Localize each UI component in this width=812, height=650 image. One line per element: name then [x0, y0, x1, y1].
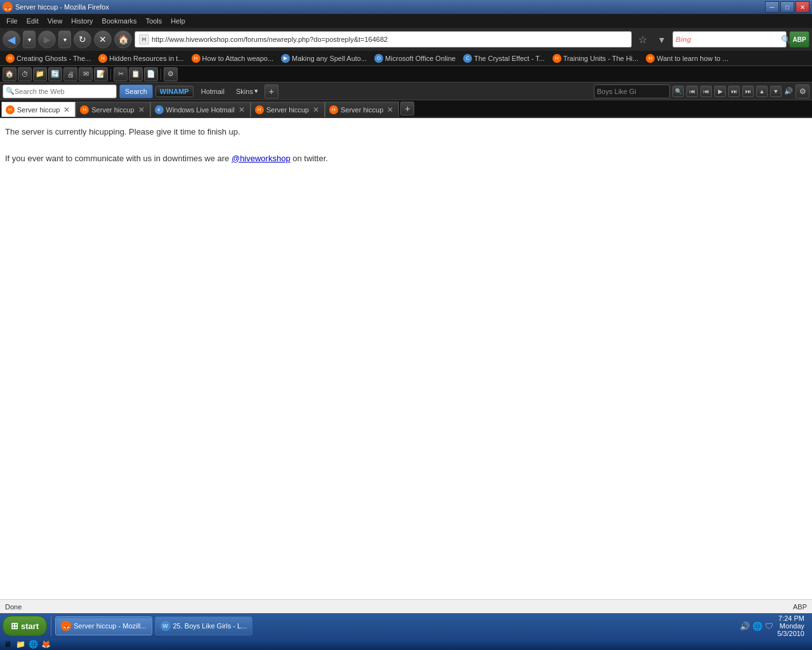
address-bar[interactable]: H http://www.hiveworkshop.com/forums/new… — [134, 31, 632, 48]
bookmark-icon-1: H — [6, 54, 15, 63]
tab-server-hiccup-3[interactable]: H Server hiccup ✕ — [251, 102, 325, 117]
bookmark-icon-3: H — [192, 54, 200, 63]
window-title: Server hiccup - Mozilla Firefox — [15, 3, 109, 11]
toolbar-btn-2[interactable]: ⏱ — [18, 67, 32, 81]
media-vol-down[interactable]: ▼ — [770, 86, 782, 97]
tab-label-5: Server hiccup — [341, 106, 383, 114]
bookmark-training-units[interactable]: H Training Units - The Hi... — [549, 53, 642, 64]
menu-bar: File Edit View History Bookmarks Tools H… — [0, 14, 812, 28]
minimize-button[interactable]: ─ — [765, 1, 779, 13]
bookmark-creating-ghosts[interactable]: H Creating Ghosts - The... — [3, 53, 94, 64]
toolbar-btn-5[interactable]: 🖨 — [63, 67, 77, 81]
search-button[interactable]: Search — [119, 84, 153, 98]
toolbar-settings[interactable]: ⚙ — [164, 67, 178, 81]
search-bar-right: Boys Like Gi 🔍 ⏮ ⏮ ▶ ⏭ ⏭ ▲ ▼ 🔊 ⚙ — [594, 84, 809, 98]
forward-button[interactable]: ▶ — [38, 30, 56, 48]
tab-label-3: Windows Live Hotmail — [166, 106, 235, 114]
tab-label-4: Server hiccup — [266, 106, 309, 114]
search-icon: 🔍 — [6, 87, 15, 95]
abp-button[interactable]: ABP — [789, 31, 809, 48]
toolbar-copy[interactable]: 📋 — [129, 67, 143, 81]
menu-tools[interactable]: Tools — [142, 16, 166, 26]
title-bar: 🦊 Server hiccup - Mozilla Firefox ─ □ ✕ — [0, 0, 812, 14]
menu-history[interactable]: History — [67, 16, 96, 26]
bookmarks-bar: H Creating Ghosts - The... H Hidden Reso… — [0, 51, 812, 66]
tab-close-3[interactable]: ✕ — [237, 105, 246, 114]
bookmark-crystal-effect[interactable]: C The Crystal Effect - T... — [460, 53, 547, 64]
refresh-button[interactable]: ↻ — [74, 30, 91, 48]
tab-icon-5: H — [329, 105, 338, 114]
media-prev-btn[interactable]: ⏮ — [686, 86, 698, 97]
search-input[interactable] — [15, 88, 103, 95]
tab-close-5[interactable]: ✕ — [386, 105, 395, 114]
menu-file[interactable]: File — [3, 16, 22, 26]
winamp-logo: WINAMP — [160, 88, 189, 95]
toolbar-home[interactable]: 🏠 — [3, 67, 16, 81]
tab-server-hiccup-4[interactable]: H Server hiccup ✕ — [325, 102, 399, 117]
bookmark-icon-2: H — [98, 54, 107, 63]
toolbar-btn-3[interactable]: 📁 — [33, 67, 47, 81]
bookmark-list-button[interactable]: ▾ — [653, 31, 670, 48]
content-line2-prefix: If you ever want to communicate with us … — [5, 154, 232, 163]
toolbar-btn-7[interactable]: 📝 — [94, 67, 108, 81]
bookmark-icon-6: C — [463, 54, 472, 63]
toolbar-paste[interactable]: 📄 — [144, 67, 158, 81]
media-next-btn[interactable]: ⏭ — [728, 86, 740, 97]
bookmark-icon-5: O — [374, 54, 383, 63]
tab-icon-4: H — [255, 105, 264, 114]
bookmark-icon-7: H — [553, 54, 561, 63]
firefox-icon: 🦊 — [3, 2, 13, 12]
search-media-btn[interactable]: 🔍 — [672, 86, 684, 97]
menu-help[interactable]: Help — [167, 16, 189, 26]
media-play-btn[interactable]: ▶ — [714, 86, 726, 97]
title-bar-left: 🦊 Server hiccup - Mozilla Firefox — [3, 2, 109, 12]
search-input-wrap[interactable]: 🔍 — [3, 84, 117, 98]
tab-icon-3: e — [155, 105, 164, 114]
bookmark-attach-weapon[interactable]: H How to Attach weapo... — [188, 53, 277, 64]
media-prev2-btn[interactable]: ⏮ — [700, 86, 712, 97]
bookmark-want-to-learn[interactable]: H Want to learn how to ... — [643, 53, 731, 64]
tab-close-1[interactable]: ✕ — [62, 105, 71, 114]
hotmail-button[interactable]: Hotmail — [196, 86, 230, 96]
menu-edit[interactable]: Edit — [23, 16, 43, 26]
toolbar-btn-4[interactable]: 🔄 — [48, 67, 62, 81]
home-button[interactable]: 🏠 — [114, 30, 132, 48]
tab-close-4[interactable]: ✕ — [311, 105, 320, 114]
bookmark-office-online[interactable]: O Microsoft Office Online — [371, 53, 459, 64]
toolbar-separator-2 — [160, 69, 161, 80]
bing-search-bar[interactable]: Bing 🔍 — [672, 31, 787, 48]
tab-server-hiccup-active[interactable]: H Server hiccup ✕ — [1, 102, 75, 117]
tab-server-hiccup-2[interactable]: H Server hiccup ✕ — [75, 102, 150, 117]
content-line1: The server is currently hicupping. Pleas… — [5, 126, 807, 139]
tab-icon-1: H — [6, 105, 15, 114]
tab-add-button[interactable]: + — [400, 102, 414, 116]
tab-hotmail[interactable]: e Windows Live Hotmail ✕ — [150, 102, 251, 117]
close-button[interactable]: ✕ — [796, 1, 809, 13]
tab-icon-2: H — [80, 105, 89, 114]
twitter-link[interactable]: @hiveworkshop — [232, 154, 291, 163]
content-line2: If you ever want to communicate with us … — [5, 152, 807, 166]
bookmark-making-spell[interactable]: ▶ Making any Spell Auto... — [278, 53, 370, 64]
bookmark-hidden-resources[interactable]: H Hidden Resources in t... — [95, 53, 187, 64]
menu-bookmarks[interactable]: Bookmarks — [98, 16, 141, 26]
back-button[interactable]: ◀ — [3, 30, 20, 48]
bing-search-input[interactable] — [692, 36, 780, 43]
tab-close-2[interactable]: ✕ — [137, 105, 146, 114]
bookmark-star-button[interactable]: ☆ — [634, 31, 651, 48]
bing-logo: Bing — [676, 36, 691, 43]
forward-dropdown[interactable]: ▾ — [58, 30, 71, 48]
skins-button[interactable]: Skins ▾ — [232, 86, 262, 96]
toolbar-cut[interactable]: ✂ — [114, 67, 128, 81]
maximize-button[interactable]: □ — [780, 1, 794, 13]
menu-view[interactable]: View — [44, 16, 67, 26]
media-vol-up[interactable]: ▲ — [756, 86, 768, 97]
stop-button[interactable]: ✕ — [94, 30, 112, 48]
back-dropdown[interactable]: ▾ — [23, 30, 36, 48]
winamp-button[interactable]: WINAMP — [155, 86, 193, 97]
winamp-settings-button[interactable]: ⚙ — [796, 84, 809, 98]
content-line2-suffix: on twitter. — [291, 154, 328, 163]
add-button[interactable]: + — [265, 84, 278, 98]
media-next2-btn[interactable]: ⏭ — [742, 86, 754, 97]
volume-icon: 🔊 — [784, 87, 793, 95]
toolbar-btn-6[interactable]: ✉ — [79, 67, 93, 81]
